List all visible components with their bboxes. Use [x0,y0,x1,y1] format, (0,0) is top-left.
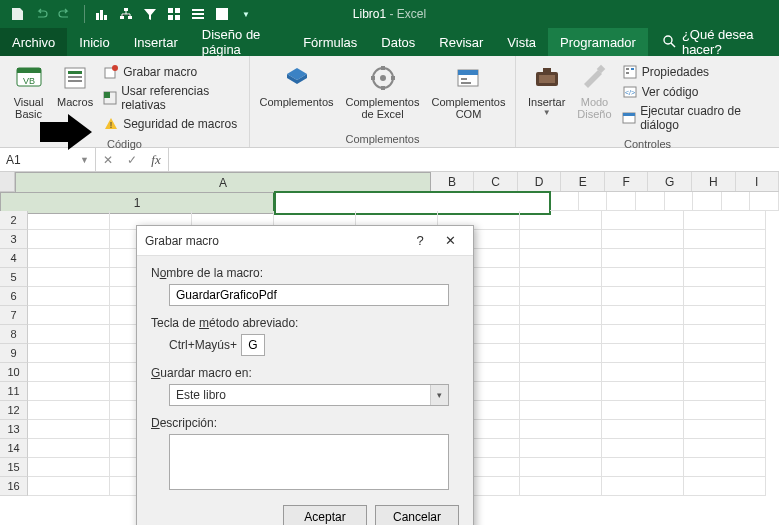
cell[interactable] [684,211,766,230]
qat-bar-chart-icon[interactable] [91,3,113,25]
tab-vista[interactable]: Vista [495,28,548,56]
store-in-select[interactable]: Este libro [169,384,449,406]
cell[interactable] [684,306,766,325]
cell[interactable] [693,192,722,211]
row-header[interactable]: 8 [0,325,28,344]
tab-formulas[interactable]: Fórmulas [291,28,369,56]
tell-me-search[interactable]: ¿Qué desea hacer? [648,28,779,56]
cell[interactable] [602,287,684,306]
cell[interactable] [602,211,684,230]
cell[interactable] [28,268,110,287]
cell[interactable] [520,439,602,458]
tab-programador[interactable]: Programador [548,28,648,56]
aceptar-button[interactable]: Aceptar [283,505,367,525]
cell[interactable] [28,477,110,496]
cell[interactable] [684,363,766,382]
complementos-excel-button[interactable]: Complementos de Excel [340,60,426,131]
qat-square-icon[interactable] [211,3,233,25]
cell[interactable] [602,249,684,268]
col-header[interactable]: B [431,172,475,191]
qat-grid-icon[interactable] [163,3,185,25]
ver-codigo-button[interactable]: </> Ver código [622,82,769,102]
fx-icon[interactable]: fx [144,152,168,168]
cell[interactable] [684,458,766,477]
row-header[interactable]: 9 [0,344,28,363]
tab-inicio[interactable]: Inicio [67,28,121,56]
cell[interactable] [28,211,110,230]
cell[interactable] [520,420,602,439]
row-header[interactable]: 4 [0,249,28,268]
cell[interactable] [684,230,766,249]
accept-formula-icon[interactable]: ✓ [120,153,144,167]
cell[interactable] [28,230,110,249]
help-button[interactable]: ? [405,226,435,256]
macro-name-input[interactable] [169,284,449,306]
cell[interactable] [520,249,602,268]
insertar-control-button[interactable]: Insertar ▼ [522,60,571,136]
tab-diseno[interactable]: Diseño de página [190,28,291,56]
cell[interactable] [602,420,684,439]
cell[interactable] [28,325,110,344]
redo-icon[interactable] [54,3,76,25]
select-all-corner[interactable] [0,172,15,191]
grabar-macro-button[interactable]: Grabar macro [103,62,239,82]
qat-hierarchy-icon[interactable] [115,3,137,25]
cell[interactable] [602,230,684,249]
formula-input[interactable] [169,148,779,171]
cell[interactable] [602,325,684,344]
cell[interactable] [602,477,684,496]
cell[interactable] [28,344,110,363]
col-header[interactable]: G [648,172,692,191]
col-header[interactable]: H [692,172,736,191]
cell[interactable] [28,287,110,306]
description-textarea[interactable] [169,434,449,490]
cell[interactable] [520,306,602,325]
cell[interactable] [602,306,684,325]
cell[interactable] [665,192,694,211]
cell[interactable] [602,363,684,382]
cell[interactable] [602,382,684,401]
qat-filter-icon[interactable] [139,3,161,25]
cell[interactable] [750,192,779,211]
cell[interactable] [602,439,684,458]
row-header[interactable]: 2 [0,211,28,230]
cell[interactable] [684,401,766,420]
complementos-button[interactable]: Complementos [254,60,340,131]
row-header[interactable]: 7 [0,306,28,325]
cell[interactable] [28,458,110,477]
qat-dropdown-icon[interactable]: ▼ [235,3,257,25]
cell[interactable] [684,439,766,458]
cell[interactable] [28,382,110,401]
tab-archivo[interactable]: Archivo [0,28,67,56]
col-header[interactable]: C [474,172,518,191]
row-header[interactable]: 13 [0,420,28,439]
row-header[interactable]: 12 [0,401,28,420]
propiedades-button[interactable]: Propiedades [622,62,769,82]
cell[interactable] [684,344,766,363]
cell[interactable] [28,401,110,420]
cancelar-button[interactable]: Cancelar [375,505,459,525]
shortcut-key-input[interactable] [241,334,265,356]
cell[interactable] [520,458,602,477]
ejecutar-dialogo-button[interactable]: Ejecutar cuadro de diálogo [622,102,769,134]
row-header[interactable]: 14 [0,439,28,458]
cell[interactable] [550,192,579,211]
cell[interactable] [520,211,602,230]
cell[interactable] [684,477,766,496]
tab-datos[interactable]: Datos [369,28,427,56]
cell[interactable] [684,420,766,439]
cell[interactable] [684,382,766,401]
undo-icon[interactable] [30,3,52,25]
tab-insertar[interactable]: Insertar [122,28,190,56]
cell[interactable] [520,325,602,344]
cell[interactable] [684,249,766,268]
seguridad-macros-button[interactable]: ! Seguridad de macros [103,114,239,134]
cell[interactable] [602,344,684,363]
col-header[interactable]: E [561,172,605,191]
save-icon[interactable] [6,3,28,25]
cell[interactable] [28,363,110,382]
modo-diseno-button[interactable]: Modo Diseño [571,60,617,136]
cell[interactable] [520,230,602,249]
row-header[interactable]: 3 [0,230,28,249]
cell[interactable] [28,249,110,268]
